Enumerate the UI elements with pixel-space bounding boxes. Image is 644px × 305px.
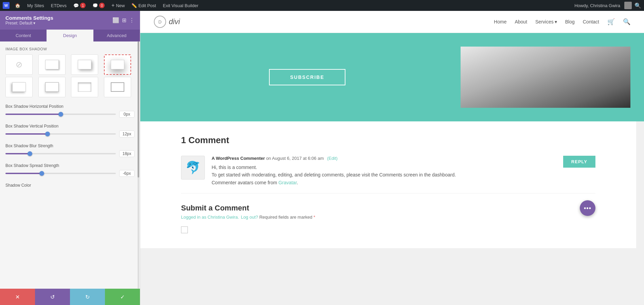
panel-scrollbar[interactable] bbox=[138, 41, 139, 289]
no-shadow-icon: ⊘ bbox=[16, 60, 22, 69]
floating-menu-dots-icon: ••• bbox=[584, 205, 591, 212]
confirm-button[interactable]: ✓ bbox=[105, 289, 140, 305]
nav-about[interactable]: About bbox=[515, 19, 527, 24]
more-icon[interactable]: ⋮ bbox=[129, 17, 135, 23]
site-header: D divi Home About Services ▾ Blog Contac… bbox=[140, 11, 644, 33]
admin-bar-exit-builder[interactable]: Exit Visual Builder bbox=[161, 3, 200, 8]
new-label: New bbox=[116, 3, 125, 8]
horizontal-position-label: Box Shadow Horizontal Position bbox=[5, 104, 135, 109]
wordpress-icon[interactable]: W bbox=[3, 2, 10, 9]
image-box-shadow-label: Image Box Shadow bbox=[5, 47, 135, 51]
laptop-image bbox=[461, 47, 630, 108]
subscribe-image bbox=[461, 47, 630, 108]
admin-avatar bbox=[624, 2, 632, 9]
shadow-option-1[interactable] bbox=[38, 54, 66, 75]
spread-strength-value[interactable]: -6px bbox=[119, 170, 135, 177]
submit-comment-section: Submit a Comment Logged in as Christina … bbox=[181, 204, 595, 220]
cancel-button[interactable]: ✕ bbox=[0, 289, 35, 305]
subscribe-left: SUBSCRIBE bbox=[154, 69, 461, 85]
tab-content[interactable]: Content bbox=[0, 30, 47, 41]
horizontal-position-track[interactable] bbox=[5, 114, 116, 115]
grid-icon[interactable]: ⊞ bbox=[122, 17, 126, 23]
panel-header: Comments Settings Preset: Default ▾ ⬜ ⊞ … bbox=[0, 11, 140, 30]
exit-builder-label: Exit Visual Builder bbox=[163, 3, 198, 8]
admin-bar-bubble[interactable]: 💭 0 bbox=[91, 3, 106, 8]
nav-blog[interactable]: Blog bbox=[565, 19, 575, 24]
services-dropdown-icon: ▾ bbox=[555, 19, 557, 24]
admin-bar-et-devs[interactable]: ETDevs bbox=[50, 3, 68, 8]
comments-title: 1 Comment bbox=[181, 135, 595, 146]
admin-bar-right: Howdy, Christina Gwira 🔍 bbox=[573, 2, 641, 9]
floating-menu-button[interactable]: ••• bbox=[580, 200, 595, 216]
vertical-position-track[interactable] bbox=[5, 133, 116, 135]
site-nav: Home About Services ▾ Blog Contact 🛒 🔍 bbox=[494, 18, 630, 26]
horizontal-position-value[interactable]: 0px bbox=[119, 111, 135, 118]
admin-bar-howdy[interactable]: Howdy, Christina Gwira bbox=[573, 3, 622, 8]
howdy-label: Howdy, Christina Gwira bbox=[574, 3, 620, 8]
spread-strength-thumb[interactable] bbox=[39, 171, 44, 176]
logged-in-link[interactable]: Logged in as Christina Gwira. bbox=[181, 215, 239, 220]
comment-edit-link[interactable]: (Edit) bbox=[327, 156, 338, 161]
vertical-position-control: 12px bbox=[5, 131, 135, 137]
tab-advanced[interactable]: Advanced bbox=[93, 30, 140, 41]
tab-design[interactable]: Design bbox=[47, 30, 93, 41]
admin-bar-new[interactable]: + New bbox=[110, 2, 126, 9]
reply-button[interactable]: REPLY bbox=[563, 156, 595, 168]
expand-icon[interactable]: ⬜ bbox=[112, 17, 119, 23]
blur-strength-thumb[interactable] bbox=[28, 151, 32, 156]
logo-text: divi bbox=[169, 17, 180, 26]
comment-text-1: Hi, this is a comment. bbox=[212, 164, 595, 171]
undo-button[interactable]: ↺ bbox=[35, 289, 70, 305]
cart-icon[interactable]: 🛒 bbox=[607, 18, 615, 26]
redo-button[interactable]: ↻ bbox=[70, 289, 105, 305]
undo-icon: ↺ bbox=[50, 294, 55, 300]
shadow-preview-1 bbox=[45, 60, 59, 69]
vertical-position-value[interactable]: 12px bbox=[119, 131, 135, 137]
vertical-position-thumb[interactable] bbox=[45, 132, 50, 136]
house-icon: 🏠 bbox=[15, 3, 20, 8]
blur-strength-track[interactable] bbox=[5, 153, 116, 154]
panel-preset[interactable]: Preset: Default ▾ bbox=[5, 21, 53, 26]
shadow-option-2[interactable] bbox=[71, 54, 98, 75]
comment-text-3: Commenter avatars come from Gravatar. bbox=[212, 179, 595, 186]
blur-strength-value[interactable]: 18px bbox=[119, 150, 135, 157]
panel-body: Image Box Shadow ⊘ bbox=[0, 41, 140, 289]
nav-contact[interactable]: Contact bbox=[583, 19, 599, 24]
divi-circle: D bbox=[154, 16, 166, 28]
shadow-option-none[interactable]: ⊘ bbox=[5, 54, 33, 75]
search-icon[interactable]: 🔍 bbox=[634, 2, 641, 9]
submit-comment-left: Submit a Comment Logged in as Christina … bbox=[181, 204, 315, 220]
spread-strength-track[interactable] bbox=[5, 173, 116, 174]
comment-avatar: 🐬 bbox=[181, 156, 205, 180]
admin-bar-home[interactable]: 🏠 bbox=[14, 3, 22, 8]
logout-link[interactable]: Log out? bbox=[241, 215, 258, 220]
shadow-option-4[interactable] bbox=[5, 77, 33, 97]
subscribe-button[interactable]: SUBSCRIBE bbox=[269, 69, 345, 85]
confirm-icon: ✓ bbox=[120, 294, 125, 300]
shadow-color-row: Shadow Color bbox=[5, 183, 135, 188]
site-logo: D divi bbox=[154, 16, 180, 28]
horizontal-position-control: 0px bbox=[5, 111, 135, 118]
admin-bar-edit-post[interactable]: ✏️ Edit Post bbox=[130, 3, 157, 8]
shadow-option-6[interactable] bbox=[71, 77, 98, 97]
scrollbar-thumb[interactable] bbox=[138, 41, 139, 177]
checkbox[interactable] bbox=[181, 226, 188, 233]
shadow-option-5[interactable] bbox=[38, 77, 66, 97]
comment-icon: 💬 bbox=[73, 3, 79, 8]
my-sites-label: My Sites bbox=[27, 3, 44, 8]
nav-home[interactable]: Home bbox=[494, 19, 506, 24]
search-icon[interactable]: 🔍 bbox=[623, 18, 630, 26]
horizontal-position-thumb[interactable] bbox=[58, 112, 63, 117]
shadow-option-7[interactable] bbox=[104, 77, 131, 97]
admin-bar-comments[interactable]: 💬 1 bbox=[72, 3, 87, 8]
spread-strength-row: Box Shadow Spread Strength -6px bbox=[5, 163, 135, 177]
blur-strength-label: Box Shadow Blur Strength bbox=[5, 143, 135, 148]
comment-date: on August 6, 2017 at 6:06 am bbox=[266, 156, 324, 161]
shadow-preview-5 bbox=[45, 82, 59, 92]
comment-item: 🐬 A WordPress Commenter on August 6, 201… bbox=[181, 156, 595, 193]
comment-body: A WordPress Commenter on August 6, 2017 … bbox=[212, 156, 595, 186]
gravatar-link[interactable]: Gravatar bbox=[279, 180, 297, 185]
nav-services[interactable]: Services ▾ bbox=[535, 19, 557, 24]
shadow-option-3[interactable] bbox=[104, 54, 131, 75]
admin-bar-my-sites[interactable]: My Sites bbox=[26, 3, 46, 8]
